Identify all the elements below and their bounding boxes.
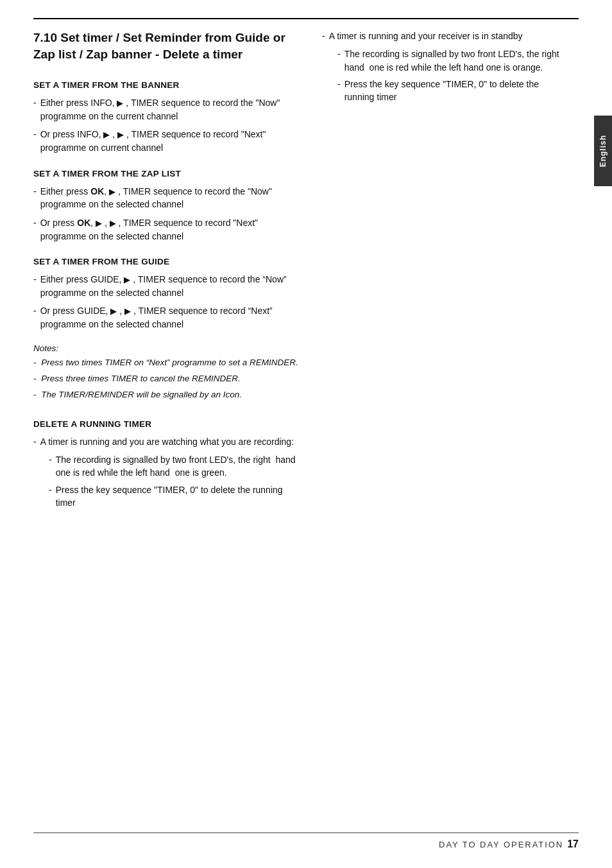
list-dash: - (33, 435, 37, 448)
list-dash: - (322, 30, 325, 42)
note-text: Press two times TIMER on “Next” programm… (39, 357, 298, 369)
section-heading-banner: SET A TIMER FROM THE BANNER (33, 80, 303, 90)
sublist-dash: - (337, 78, 341, 104)
sublist-text: Press the key sequence "TIMER, 0" to del… (344, 78, 561, 104)
list-text: Or press GUIDE, ▶ , ▶ , TIMER sequence t… (40, 304, 303, 331)
section-heading-delete: DELETE A RUNNING TIMER (33, 419, 303, 429)
left-column: 7.10 Set timer / Set Reminder from Guide… (33, 24, 303, 513)
list-text: Either press OK, ▶ , TIMER sequence to r… (40, 185, 303, 211)
list-item: - A timer is running and you are watchin… (33, 435, 303, 448)
sublist-text: The recording is signalled by two front … (56, 453, 303, 480)
notes-section: Notes: - Press two times TIMER on “Next”… (33, 343, 303, 401)
sublist-item: - Press the key sequence "TIMER, 0" to d… (33, 483, 303, 510)
sublist-dash: - (49, 453, 52, 480)
list-dash: - (33, 96, 37, 123)
side-tab: English (594, 116, 612, 186)
list-text: Either press GUIDE, ▶ , TIMER sequence t… (40, 273, 303, 299)
page: English 7.10 Set timer / Set Reminder fr… (0, 0, 612, 868)
sublist-item: - The recording is signalled by two fron… (33, 453, 303, 480)
main-content: 7.10 Set timer / Set Reminder from Guide… (33, 24, 561, 829)
list-dash: - (33, 273, 37, 299)
list-dash: - (33, 304, 37, 331)
note-dash: - (33, 389, 37, 401)
list-item: - Or press INFO, ▶ , ▶ , TIMER sequence … (33, 128, 303, 154)
two-column-layout: 7.10 Set timer / Set Reminder from Guide… (33, 24, 561, 513)
sublist-text: Press the key sequence "TIMER, 0" to del… (56, 483, 303, 510)
note-dash: - (33, 373, 37, 385)
top-border-line (33, 18, 579, 19)
list-text: A timer is running and your receiver is … (329, 30, 561, 42)
footer-page-number: 17 (567, 838, 579, 850)
note-text: Press three times TIMER to cancel the RE… (39, 373, 241, 385)
note-text: The TIMER/REMINDER will be signalled by … (39, 389, 242, 401)
list-item: - Or press OK, ▶ , ▶ , TIMER sequence to… (33, 216, 303, 243)
list-item: - Or press GUIDE, ▶ , ▶ , TIMER sequence… (33, 304, 303, 331)
right-column: - A timer is running and your receiver i… (322, 24, 561, 513)
note-dash: - (33, 357, 37, 369)
sublist-item: - Press the key sequence "TIMER, 0" to d… (322, 78, 561, 104)
notes-label: Notes: (33, 343, 303, 353)
list-item: - A timer is running and your receiver i… (322, 30, 561, 42)
list-item: - Either press INFO, ▶ , TIMER sequence … (33, 96, 303, 123)
sublist-item: - The recording is signalled by two fron… (322, 48, 561, 74)
list-dash: - (33, 185, 37, 211)
note-item: - Press two times TIMER on “Next” progra… (33, 357, 303, 369)
list-text: Either press INFO, ▶ , TIMER sequence to… (40, 96, 303, 123)
main-title: 7.10 Set timer / Set Reminder from Guide… (33, 30, 303, 62)
list-item: - Either press OK, ▶ , TIMER sequence to… (33, 185, 303, 211)
note-item: - The TIMER/REMINDER will be signalled b… (33, 389, 303, 401)
footer-label: DAY TO DAY OPERATION (439, 840, 563, 849)
section-heading-guide: SET A TIMER FROM THE GUIDE (33, 257, 303, 266)
list-text: A timer is running and you are watching … (40, 435, 303, 448)
note-item: - Press three times TIMER to cancel the … (33, 373, 303, 385)
sublist-text: The recording is signalled by two front … (344, 48, 561, 74)
footer: DAY TO DAY OPERATION 17 (33, 833, 579, 850)
side-tab-label: English (599, 135, 608, 167)
list-text: Or press INFO, ▶ , ▶ , TIMER sequence to… (40, 128, 303, 154)
section-heading-zap-list: SET A TIMER FROM THE ZAP LIST (33, 169, 303, 178)
list-item: - Either press GUIDE, ▶ , TIMER sequence… (33, 273, 303, 299)
sublist-dash: - (337, 48, 341, 74)
list-dash: - (33, 216, 37, 243)
list-text: Or press OK, ▶ , ▶ , TIMER sequence to r… (40, 216, 303, 243)
sublist-dash: - (49, 483, 52, 510)
list-dash: - (33, 128, 37, 154)
